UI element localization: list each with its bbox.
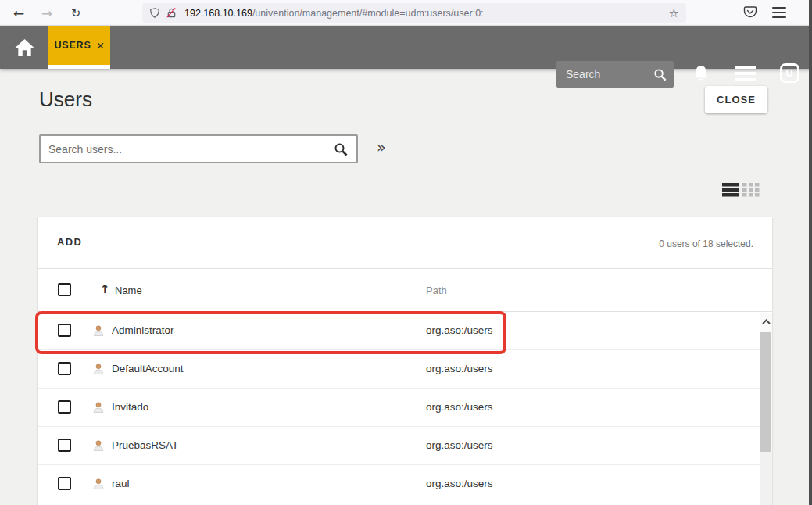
user-avatar-icon — [92, 363, 105, 375]
pocket-icon[interactable] — [743, 5, 757, 19]
user-path: org.aso:/users — [426, 324, 493, 336]
user-avatar-icon — [92, 324, 105, 337]
univention-logo[interactable]: U — [777, 52, 802, 95]
row-checkbox[interactable] — [58, 439, 71, 452]
bookmark-star-icon[interactable]: ☆ — [669, 6, 679, 20]
user-avatar-icon — [92, 439, 105, 452]
column-header-path[interactable]: Path — [426, 285, 447, 296]
user-name: Invitado — [112, 401, 148, 413]
table-row-raul[interactable]: raul org.aso:/users — [38, 465, 772, 503]
user-avatar-icon — [92, 478, 105, 490]
grid-toolbar: ADD 0 users of 18 selected. — [38, 217, 772, 269]
table-row-pruebasrsat[interactable]: PruebasRSAT org.aso:/users — [38, 427, 772, 465]
selection-status: 0 users of 18 selected. — [659, 238, 753, 249]
row-checkbox[interactable] — [58, 477, 71, 490]
user-avatar-icon — [92, 401, 105, 414]
browser-toolbar: ← → ↻ 192.168.10.169/univention/manageme… — [0, 0, 812, 26]
tab-users-label: USERS — [54, 40, 91, 51]
grid-scrollbar[interactable] — [760, 313, 772, 505]
insecure-lock-icon[interactable] — [166, 7, 177, 19]
scroll-up-icon[interactable] — [760, 313, 772, 330]
user-path: org.aso:/users — [426, 478, 493, 489]
grid-header-row: ↑ Name Path — [38, 269, 772, 312]
url-text[interactable]: 192.168.10.169/univention/management/#mo… — [184, 8, 663, 19]
back-icon[interactable]: ← — [8, 0, 30, 26]
expand-search-button[interactable]: » — [377, 138, 386, 156]
search-icon[interactable] — [653, 68, 667, 81]
user-name: DefaultAccount — [112, 363, 184, 374]
umc-header: USERS × U — [0, 26, 812, 69]
user-name: PruebasRSAT — [112, 439, 178, 451]
reload-icon[interactable]: ↻ — [65, 0, 87, 26]
table-row-invitado[interactable]: Invitado org.aso:/users — [38, 389, 772, 427]
sort-ascending-icon[interactable]: ↑ — [100, 282, 110, 296]
user-name: Administrator — [112, 324, 174, 336]
user-path: org.aso:/users — [426, 439, 493, 451]
close-button[interactable]: CLOSE — [705, 86, 767, 113]
home-button[interactable] — [0, 26, 48, 69]
row-checkbox[interactable] — [58, 362, 71, 375]
window-scrollbar[interactable] — [809, 0, 812, 505]
global-search-input[interactable] — [556, 68, 653, 81]
tab-users[interactable]: USERS × — [48, 26, 110, 69]
grid-view-icon[interactable] — [742, 182, 760, 198]
user-search-box[interactable] — [39, 134, 358, 163]
univention-logo-letter: U — [785, 67, 792, 79]
user-path: org.aso:/users — [426, 401, 493, 413]
users-grid-card: ADD 0 users of 18 selected. ↑ Name Path … — [38, 217, 772, 505]
shield-icon[interactable] — [149, 7, 160, 19]
browser-menu-icon[interactable] — [772, 7, 786, 18]
url-path: /univention/management/#module=udm:users… — [252, 8, 484, 19]
table-row-defaultaccount[interactable]: DefaultAccount org.aso:/users — [38, 350, 772, 389]
page-title: Users — [39, 88, 92, 112]
user-path: org.aso:/users — [426, 363, 493, 374]
table-row-administrator[interactable]: Administrator org.aso:/users — [38, 312, 772, 350]
url-host: 192.168.10.169 — [184, 8, 252, 19]
global-search[interactable] — [556, 61, 674, 88]
scrollbar-track[interactable] — [760, 452, 772, 505]
column-header-name[interactable]: Name — [115, 285, 142, 296]
row-checkbox[interactable] — [58, 400, 71, 414]
search-icon[interactable] — [334, 142, 348, 156]
scrollbar-thumb[interactable] — [760, 332, 771, 452]
user-search-input[interactable] — [41, 143, 334, 156]
add-user-button[interactable]: ADD — [57, 236, 82, 248]
address-bar[interactable]: 192.168.10.169/univention/management/#mo… — [142, 3, 686, 23]
forward-icon[interactable]: → — [36, 0, 58, 26]
home-icon — [14, 38, 35, 57]
row-checkbox[interactable] — [58, 324, 71, 337]
select-all-checkbox[interactable] — [58, 283, 71, 296]
tab-close-icon[interactable]: × — [97, 39, 105, 52]
list-view-icon[interactable] — [722, 182, 739, 198]
bell-icon — [692, 64, 710, 83]
user-name: raul — [112, 478, 130, 489]
